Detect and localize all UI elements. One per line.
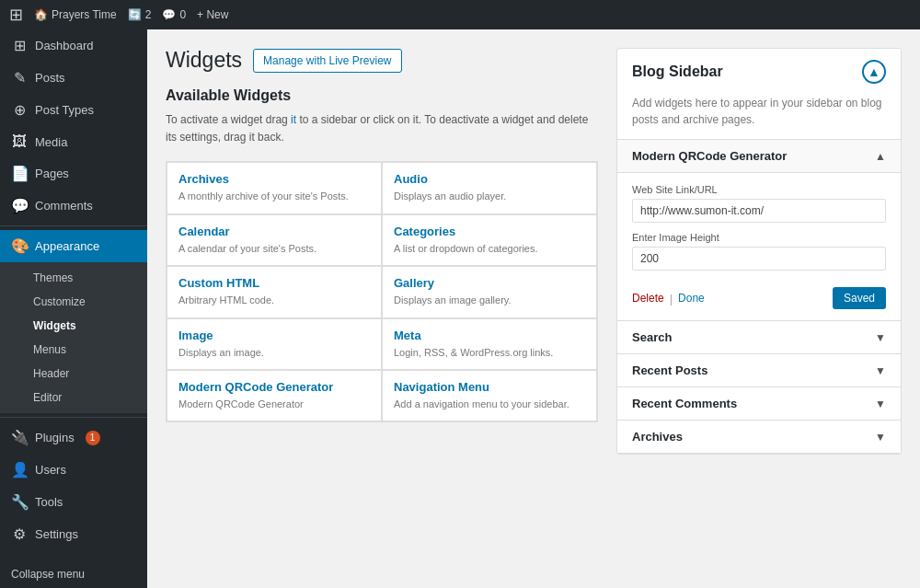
sidebar-item-tools[interactable]: 🔧 Tools <box>0 486 147 518</box>
sidebar-divider-2 <box>0 417 147 418</box>
widget-gallery[interactable]: Gallery Displays an image gallery. <box>383 267 596 317</box>
blog-sidebar-title: Blog Sidebar <box>632 63 723 80</box>
widget-expanded-qrcode-label: Modern QRCode Generator <box>632 149 787 163</box>
site-name[interactable]: 🏠 Prayers Time <box>34 8 117 21</box>
accordion-item-search: Search ▼ <box>617 321 901 354</box>
new-item[interactable]: + New <box>197 8 228 21</box>
admin-bar: ⊞ 🏠 Prayers Time 🔄 2 💬 0 + New <box>0 0 920 29</box>
dashboard-icon: ⊞ <box>11 37 28 54</box>
wp-logo-icon[interactable]: ⊞ <box>9 5 23 25</box>
live-preview-button[interactable]: Manage with Live Preview <box>253 49 401 73</box>
image-height-input[interactable] <box>632 247 886 271</box>
plugins-icon: 🔌 <box>11 429 28 446</box>
widget-qrcode-name: Modern QRCode Generator <box>178 380 370 394</box>
accordion-arrow-archives-icon: ▼ <box>875 431 886 444</box>
blog-sidebar-desc: Add widgets here to appear in your sideb… <box>617 95 901 139</box>
sidebar-sub-themes[interactable]: Themes <box>0 266 147 290</box>
users-icon: 👤 <box>11 461 28 478</box>
blog-sidebar-collapse-btn[interactable]: ▲ <box>862 60 886 84</box>
sidebar-label-pages: Pages <box>35 167 69 180</box>
sidebar-item-pages[interactable]: 📄 Pages <box>0 157 147 190</box>
saved-button[interactable]: Saved <box>833 287 886 309</box>
sidebar-item-settings[interactable]: ⚙ Settings <box>0 518 147 550</box>
home-icon: 🏠 <box>34 8 48 21</box>
widget-qrcode[interactable]: Modern QRCode Generator Modern QRCode Ge… <box>167 371 381 421</box>
accordion-arrow-recent-comments-icon: ▼ <box>875 398 886 410</box>
widget-nav-menu-name: Navigation Menu <box>394 380 585 394</box>
page-title: Widgets <box>166 48 242 73</box>
sidebar-label-comments: Comments <box>35 199 93 213</box>
sidebar-item-users[interactable]: 👤 Users <box>0 454 147 486</box>
website-link-label: Web Site Link/URL <box>632 184 886 195</box>
settings-icon: ⚙ <box>11 525 28 543</box>
sidebar-item-plugins[interactable]: 🔌 Plugins 1 <box>0 421 147 454</box>
accordion-header-recent-comments[interactable]: Recent Comments ▼ <box>617 387 901 420</box>
widget-accordion: Modern QRCode Generator ▲ Web Site Link/… <box>617 139 901 454</box>
collapse-menu[interactable]: Collapse menu <box>0 560 147 588</box>
widget-expanded-qrcode-body: Web Site Link/URL Enter Image Height Del… <box>617 173 901 320</box>
widget-meta-name: Meta <box>394 329 585 342</box>
widget-archives-desc: A monthly archive of your site's Posts. <box>178 190 370 203</box>
widget-expanded-qrcode-header[interactable]: Modern QRCode Generator ▲ <box>617 140 901 173</box>
posts-icon: ✎ <box>11 69 28 86</box>
sidebar-item-posts[interactable]: ✎ Posts <box>0 62 147 94</box>
main-content: Widgets Manage with Live Preview Availab… <box>147 29 920 588</box>
widget-meta-desc: Login, RSS, & WordPress.org links. <box>394 346 585 360</box>
sidebar-divider-1 <box>0 225 147 226</box>
widget-categories[interactable]: Categories A list or dropdown of categor… <box>383 215 596 265</box>
sidebar-item-media[interactable]: 🖼 Media <box>0 126 147 157</box>
accordion-arrow-recent-posts-icon: ▼ <box>875 364 886 377</box>
sidebar: ⊞ Dashboard ✎ Posts ⊕ Post Types 🖼 Media… <box>0 29 147 588</box>
widget-qrcode-desc: Modern QRCode Generator <box>178 398 370 411</box>
widget-image-desc: Displays an image. <box>178 346 370 360</box>
sidebar-label-dashboard: Dashboard <box>35 39 94 52</box>
widget-custom-html[interactable]: Custom HTML Arbitrary HTML code. <box>167 267 381 317</box>
available-widgets-desc: To activate a widget drag it to a sideba… <box>166 111 598 146</box>
widget-calendar[interactable]: Calendar A calendar of your site's Posts… <box>167 215 381 265</box>
comments-sidebar-icon: 💬 <box>11 197 28 214</box>
accordion-arrow-search-icon: ▼ <box>875 331 886 344</box>
sidebar-item-post-types[interactable]: ⊕ Post Types <box>0 94 147 126</box>
tools-icon: 🔧 <box>11 493 28 511</box>
sidebar-item-dashboard[interactable]: ⊞ Dashboard <box>0 29 147 62</box>
widget-gallery-desc: Displays an image gallery. <box>394 294 585 307</box>
content-left: Widgets Manage with Live Preview Availab… <box>166 48 598 570</box>
sidebar-sub-editor[interactable]: Editor <box>0 386 147 409</box>
sidebar-sub-menus[interactable]: Menus <box>0 338 147 362</box>
widget-calendar-desc: A calendar of your site's Posts. <box>178 242 370 256</box>
accordion-label-recent-posts: Recent Posts <box>632 363 707 377</box>
link-separator: | <box>670 292 673 306</box>
sidebar-item-comments[interactable]: 💬 Comments <box>0 190 147 222</box>
updates-item[interactable]: 🔄 2 <box>128 8 152 21</box>
widget-audio-name: Audio <box>394 172 585 186</box>
widget-custom-html-desc: Arbitrary HTML code. <box>178 294 370 307</box>
accordion-item-recent-posts: Recent Posts ▼ <box>617 354 901 387</box>
sidebar-sub-widgets[interactable]: Widgets <box>0 314 147 338</box>
widget-archives[interactable]: Archives A monthly archive of your site'… <box>167 163 381 213</box>
widget-audio[interactable]: Audio Displays an audio player. <box>383 163 596 213</box>
accordion-header-search[interactable]: Search ▼ <box>617 321 901 353</box>
sidebar-label-plugins: Plugins <box>35 431 75 444</box>
widget-links: Delete | Done <box>632 292 705 306</box>
delete-link[interactable]: Delete <box>632 292 664 305</box>
comments-item[interactable]: 💬 0 <box>162 8 186 21</box>
sidebar-label-posts: Posts <box>35 71 65 85</box>
appearance-icon: 🎨 <box>11 237 28 255</box>
widget-custom-html-name: Custom HTML <box>178 276 370 290</box>
accordion-header-recent-posts[interactable]: Recent Posts ▼ <box>617 354 901 386</box>
website-link-input[interactable] <box>632 199 886 223</box>
widget-meta[interactable]: Meta Login, RSS, & WordPress.org links. <box>383 319 596 369</box>
drag-link[interactable]: it <box>291 113 296 126</box>
sidebar-label-settings: Settings <box>35 527 78 541</box>
widget-audio-desc: Displays an audio player. <box>394 190 585 203</box>
done-link[interactable]: Done <box>678 292 705 305</box>
widget-expanded-qrcode: Modern QRCode Generator ▲ Web Site Link/… <box>617 140 901 321</box>
widget-archives-name: Archives <box>178 172 370 186</box>
widget-nav-menu[interactable]: Navigation Menu Add a navigation menu to… <box>383 371 596 421</box>
sidebar-sub-header[interactable]: Header <box>0 362 147 386</box>
accordion-header-archives[interactable]: Archives ▼ <box>617 421 901 453</box>
sidebar-sub-customize[interactable]: Customize <box>0 290 147 314</box>
updates-icon: 🔄 <box>128 8 142 21</box>
widget-image[interactable]: Image Displays an image. <box>167 319 381 369</box>
sidebar-item-appearance[interactable]: 🎨 Appearance <box>0 230 147 262</box>
